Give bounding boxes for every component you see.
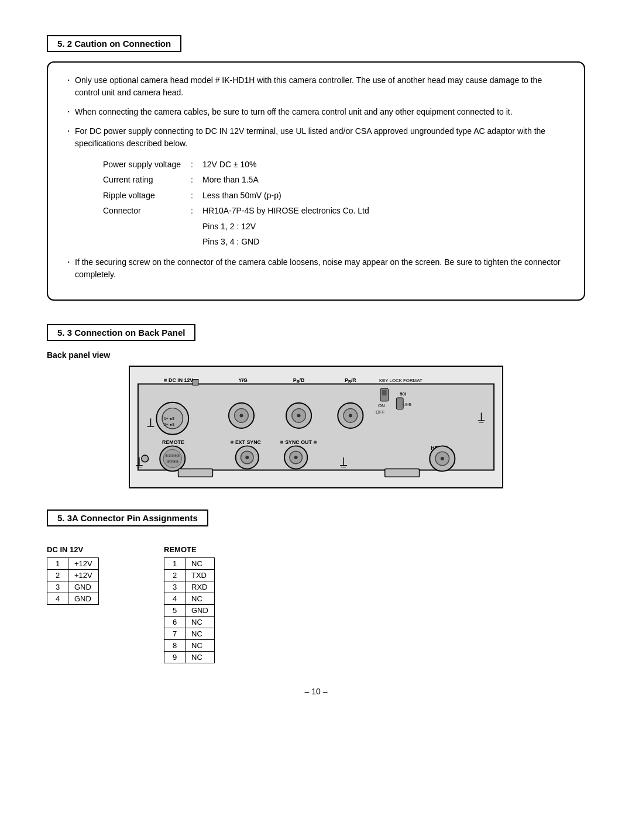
svg-text:◾DC IN 12V: ◾DC IN 12V [162, 377, 193, 384]
svg-text:2+ ●3: 2+ ●3 [164, 422, 174, 426]
svg-text:PR/R: PR/R [345, 377, 356, 384]
svg-point-37 [245, 456, 249, 459]
caution-header: 5. 2 Caution on Connection [47, 35, 181, 52]
table-row: 6NC [164, 617, 215, 628]
svg-point-45 [441, 457, 444, 460]
svg-text:ON: ON [378, 403, 385, 408]
table-row: 9NC [164, 652, 215, 663]
spec-row-power: Power supply voltage : 12V DC ± 10% [98, 157, 374, 172]
caution-item-2: When connecting the camera cables, be su… [64, 106, 568, 118]
svg-text:REMOTE: REMOTE [162, 440, 184, 446]
svg-text:50I: 50I [400, 391, 406, 397]
spec-row-pins12: Pins 1, 2 : 12V [98, 219, 374, 234]
spec-row-ripple: Ripple voltage : Less than 50mV (p-p) [98, 188, 374, 203]
svg-text:KEY LOCK   FORMAT: KEY LOCK FORMAT [379, 378, 423, 383]
remote-pin-table: 1NC2TXD3RXD4NC5GND6NC7NC8NC9NC [164, 557, 215, 663]
table-row: 3RXD [164, 581, 215, 593]
svg-text:◾EXT SYNC: ◾EXT SYNC [229, 439, 262, 446]
dc-pin-table: 1+12V2+12V3GND4GND [47, 557, 99, 605]
caution-item-3: For DC power supply connecting to DC IN … [64, 125, 568, 249]
svg-rect-27 [396, 398, 403, 409]
section-caution: 5. 2 Caution on Connection Only use opti… [47, 35, 585, 301]
svg-text:Y/G: Y/G [239, 377, 248, 383]
remote-table-title: REMOTE [164, 545, 246, 554]
table-row: 1NC [164, 558, 215, 570]
dc-table-title: DC IN 12V [47, 545, 129, 554]
svg-rect-50 [385, 469, 420, 477]
spec-row-current: Current rating : More than 1.5A [98, 172, 374, 187]
spec-row-connector: Connector : HR10A-7P-4S by HIROSE electr… [98, 203, 374, 218]
svg-point-14 [240, 414, 243, 418]
svg-point-41 [294, 456, 298, 459]
table-row: 2+12V [47, 570, 99, 581]
section-backpanel: 5. 3 Connection on Back Panel Back panel… [47, 324, 585, 488]
caution-item-4: If the securing screw on the connector o… [64, 256, 568, 281]
dc-pin-table-block: DC IN 12V 1+12V2+12V3GND4GND [47, 545, 129, 663]
backpanel-header: 5. 3 Connection on Back Panel [47, 324, 195, 341]
spec-table: Power supply voltage : 12V DC ± 10% Curr… [98, 157, 374, 249]
svg-text:⑥⑦⑧⑨: ⑥⑦⑧⑨ [167, 460, 178, 463]
table-row: 1+12V [47, 558, 99, 570]
table-row: 4GND [47, 593, 99, 605]
table-row: 2TXD [164, 570, 215, 581]
svg-point-30 [163, 450, 181, 468]
table-row: 3GND [47, 581, 99, 593]
table-row: 7NC [164, 628, 215, 640]
pin-header: 5. 3A Connector Pin Assignments [47, 509, 208, 526]
page-number: – 10 – [47, 687, 585, 696]
caution-item-1: Only use optional camera head model # IK… [64, 74, 568, 99]
section-pin-assignments: 5. 3A Connector Pin Assignments DC IN 12… [47, 509, 585, 663]
table-row: 4NC [164, 593, 215, 605]
svg-point-20 [349, 414, 352, 418]
panel-diagram-svg: ◾DC IN 12V Y/G PB/B PR/R KEY LOCK FORMAT… [129, 366, 503, 488]
table-row: 8NC [164, 640, 215, 652]
svg-rect-51 [193, 380, 198, 385]
caution-box: Only use optional camera head model # IK… [47, 61, 585, 301]
svg-rect-22 [382, 390, 387, 396]
backpanel-sublabel: Back panel view [47, 350, 585, 360]
svg-text:PB/B: PB/B [293, 377, 305, 384]
svg-text:◾SYNC OUT◾: ◾SYNC OUT◾ [279, 439, 319, 446]
svg-rect-49 [178, 469, 213, 477]
svg-text:OFF: OFF [376, 410, 385, 415]
pin-tables-container: DC IN 12V 1+12V2+12V3GND4GND REMOTE 1NC2… [47, 545, 585, 663]
spec-row-pins34: Pins 3, 4 : GND [98, 234, 374, 249]
table-row: 5GND [164, 605, 215, 617]
svg-point-33 [142, 455, 149, 462]
remote-pin-table-block: REMOTE 1NC2TXD3RXD4NC5GND6NC7NC8NC9NC [164, 545, 246, 663]
svg-text:①②③④⑤: ①②③④⑤ [165, 454, 180, 457]
svg-text:1+ ●3: 1+ ●3 [164, 417, 174, 421]
panel-diagram-container: ◾DC IN 12V Y/G PB/B PR/R KEY LOCK FORMAT… [47, 366, 585, 488]
svg-point-17 [297, 414, 301, 418]
caution-list: Only use optional camera head model # IK… [64, 74, 568, 281]
